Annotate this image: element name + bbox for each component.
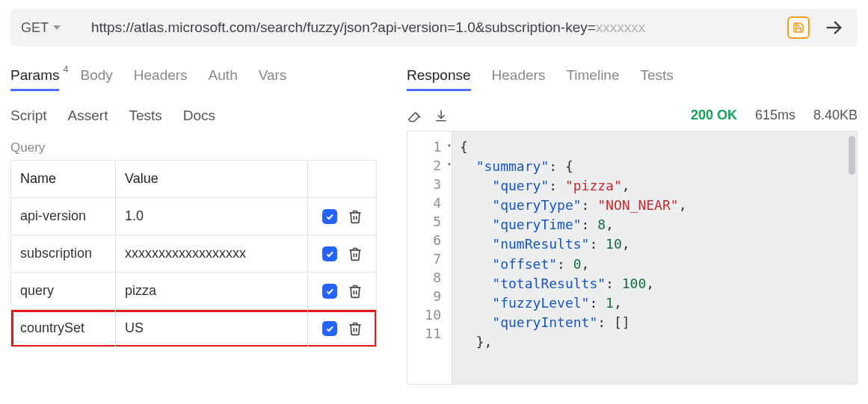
send-request-button[interactable] (820, 17, 847, 38)
param-actions (308, 198, 377, 235)
check-icon (325, 212, 334, 221)
http-method-label: GET (21, 20, 49, 36)
param-name-cell[interactable]: subscription (11, 235, 116, 273)
http-method-selector[interactable]: GET (21, 20, 81, 36)
response-meta: 200 OK 615ms 8.40KB (691, 108, 858, 123)
trash-icon (348, 246, 363, 261)
delete-param-button[interactable] (348, 209, 363, 224)
tab-resp-headers[interactable]: Headers (492, 67, 546, 91)
subtab-script[interactable]: Script (10, 108, 47, 124)
chevron-down-icon (53, 25, 61, 30)
param-actions (308, 235, 377, 273)
query-params-table: Name Value api-version1.0subscriptionxxx… (10, 160, 377, 347)
trash-icon (348, 284, 363, 299)
param-value-cell[interactable]: pizza (116, 273, 308, 310)
enable-checkbox[interactable] (322, 284, 337, 299)
response-size: 8.40KB (813, 108, 858, 123)
url-text: https://atlas.microsoft.com/search/fuzzy… (91, 19, 596, 35)
tab-resp-tests[interactable]: Tests (640, 67, 673, 91)
param-name-cell[interactable]: query (11, 273, 116, 310)
url-masked: xxxxxxx (596, 19, 646, 35)
request-url-bar: GET https://atlas.microsoft.com/search/f… (10, 9, 858, 46)
check-icon (325, 287, 334, 296)
subtab-tests[interactable]: Tests (129, 108, 161, 124)
param-value-cell[interactable]: 1.0 (116, 198, 308, 235)
subtab-docs[interactable]: Docs (183, 108, 215, 124)
query-section-label: Query (10, 140, 377, 155)
download-icon (434, 108, 449, 123)
param-value-cell[interactable]: US (116, 310, 308, 347)
tab-req-headers[interactable]: Headers (134, 67, 188, 91)
param-actions (308, 310, 377, 347)
scrollbar-thumb[interactable] (849, 136, 855, 175)
arrow-right-icon (823, 17, 844, 38)
col-value: Value (116, 161, 308, 198)
tab-vars[interactable]: Vars (259, 67, 287, 91)
trash-icon (348, 209, 363, 224)
param-name-cell[interactable]: api-version (11, 198, 116, 235)
tab-timeline[interactable]: Timeline (566, 67, 619, 91)
col-name: Name (11, 161, 116, 198)
params-count-badge: 4 (64, 64, 69, 75)
request-subtabs: Script Assert Tests Docs (10, 108, 377, 124)
table-row: api-version1.0 (11, 198, 377, 235)
response-tabs: Response Headers Timeline Tests (407, 67, 858, 91)
tab-body[interactable]: Body (80, 67, 112, 91)
response-time: 615ms (755, 108, 795, 123)
check-icon (325, 324, 334, 333)
tab-params-label: Params (10, 67, 59, 83)
line-gutter: 1234567891011 (407, 131, 452, 384)
delete-param-button[interactable] (348, 246, 363, 261)
tab-params[interactable]: Params 4 (10, 67, 59, 91)
svg-line-1 (416, 112, 419, 115)
download-response-button[interactable] (434, 108, 449, 123)
save-icon (792, 22, 804, 34)
response-body-editor[interactable]: 1234567891011 { "summary": { "query": "p… (407, 131, 858, 385)
delete-param-button[interactable] (348, 284, 363, 299)
subtab-assert[interactable]: Assert (68, 108, 108, 124)
enable-checkbox[interactable] (322, 209, 337, 224)
request-tabs: Params 4 Body Headers Auth Vars (10, 67, 377, 91)
table-row: countrySetUS (11, 310, 377, 347)
status-badge: 200 OK (691, 108, 737, 123)
col-actions (308, 161, 377, 198)
trash-icon (348, 321, 363, 336)
url-input[interactable]: https://atlas.microsoft.com/search/fuzzy… (91, 19, 777, 36)
param-actions (308, 273, 377, 310)
code-content: { "summary": { "query": "pizza", "queryT… (452, 131, 857, 384)
param-name-cell[interactable]: countrySet (11, 310, 116, 347)
clear-response-button[interactable] (407, 108, 422, 123)
tab-auth[interactable]: Auth (209, 67, 238, 91)
save-button[interactable] (787, 16, 810, 39)
eraser-icon (407, 108, 422, 123)
enable-checkbox[interactable] (322, 321, 337, 336)
enable-checkbox[interactable] (322, 246, 337, 261)
check-icon (325, 249, 334, 258)
table-row: subscriptionxxxxxxxxxxxxxxxxxx (11, 235, 377, 273)
param-value-cell[interactable]: xxxxxxxxxxxxxxxxxx (116, 235, 308, 273)
delete-param-button[interactable] (348, 321, 363, 336)
table-row: querypizza (11, 273, 377, 310)
tab-response[interactable]: Response (407, 67, 471, 91)
